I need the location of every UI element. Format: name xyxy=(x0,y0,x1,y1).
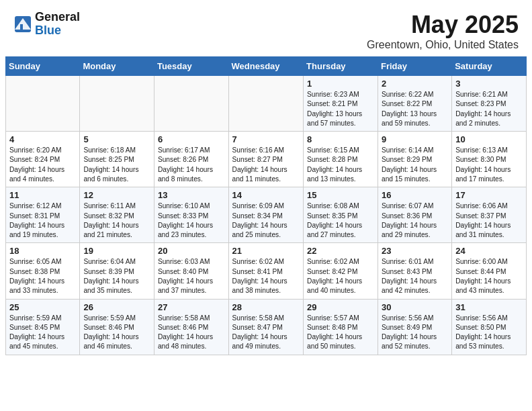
day-cell: 3Sunrise: 6:21 AMSunset: 8:23 PMDaylight… xyxy=(452,76,527,132)
day-info: Sunrise: 6:06 AMSunset: 8:37 PMDaylight:… xyxy=(455,201,523,240)
day-cell: 12Sunrise: 6:11 AMSunset: 8:32 PMDayligh… xyxy=(80,187,154,243)
day-info: Sunrise: 6:21 AMSunset: 8:23 PMDaylight:… xyxy=(455,90,523,128)
day-info: Sunrise: 6:17 AMSunset: 8:26 PMDaylight:… xyxy=(158,146,225,184)
day-info: Sunrise: 6:11 AMSunset: 8:32 PMDaylight:… xyxy=(83,201,150,240)
day-info: Sunrise: 6:12 AMSunset: 8:31 PMDaylight:… xyxy=(9,201,76,240)
day-cell: 4Sunrise: 6:20 AMSunset: 8:24 PMDaylight… xyxy=(6,132,80,187)
day-number: 3 xyxy=(455,79,523,89)
day-cell: 2Sunrise: 6:22 AMSunset: 8:22 PMDaylight… xyxy=(378,76,452,132)
day-info: Sunrise: 6:13 AMSunset: 8:30 PMDaylight:… xyxy=(455,146,523,184)
svg-rect-2 xyxy=(20,24,23,30)
day-cell: 26Sunrise: 5:59 AMSunset: 8:46 PMDayligh… xyxy=(80,299,154,355)
day-cell: 1Sunrise: 6:23 AMSunset: 8:21 PMDaylight… xyxy=(304,76,378,132)
day-header-monday: Monday xyxy=(80,57,154,76)
day-cell: 10Sunrise: 6:13 AMSunset: 8:30 PMDayligh… xyxy=(452,132,527,187)
day-header-saturday: Saturday xyxy=(452,57,527,76)
day-number: 29 xyxy=(307,302,374,312)
day-cell: 20Sunrise: 6:03 AMSunset: 8:40 PMDayligh… xyxy=(154,243,228,299)
week-row-1: 1Sunrise: 6:23 AMSunset: 8:21 PMDaylight… xyxy=(6,76,527,132)
day-info: Sunrise: 5:56 AMSunset: 8:50 PMDaylight:… xyxy=(455,314,523,352)
day-info: Sunrise: 6:15 AMSunset: 8:28 PMDaylight:… xyxy=(307,146,374,184)
day-number: 19 xyxy=(83,246,150,256)
day-cell: 6Sunrise: 6:17 AMSunset: 8:26 PMDaylight… xyxy=(154,132,228,187)
day-info: Sunrise: 5:58 AMSunset: 8:46 PMDaylight:… xyxy=(158,314,225,352)
day-number: 18 xyxy=(9,246,76,256)
day-info: Sunrise: 6:18 AMSunset: 8:25 PMDaylight:… xyxy=(83,146,150,184)
calendar-table: SundayMondayTuesdayWednesdayThursdayFrid… xyxy=(5,56,527,355)
day-number: 7 xyxy=(232,134,300,144)
day-number: 22 xyxy=(307,246,374,256)
logo-general-text: General xyxy=(35,11,80,24)
day-number: 30 xyxy=(382,302,448,312)
day-info: Sunrise: 6:10 AMSunset: 8:33 PMDaylight:… xyxy=(158,201,225,240)
day-number: 25 xyxy=(9,302,76,312)
day-number: 10 xyxy=(455,134,523,144)
day-cell: 16Sunrise: 6:07 AMSunset: 8:36 PMDayligh… xyxy=(378,187,452,243)
day-cell: 21Sunrise: 6:02 AMSunset: 8:41 PMDayligh… xyxy=(228,243,304,299)
day-number: 27 xyxy=(158,302,225,312)
day-number: 9 xyxy=(382,134,448,144)
day-cell: 13Sunrise: 6:10 AMSunset: 8:33 PMDayligh… xyxy=(154,187,228,243)
day-number: 11 xyxy=(9,190,76,200)
day-header-tuesday: Tuesday xyxy=(154,57,228,76)
day-cell xyxy=(228,76,304,132)
day-number: 20 xyxy=(158,246,225,256)
day-header-wednesday: Wednesday xyxy=(228,57,304,76)
day-number: 5 xyxy=(83,134,150,144)
day-cell: 15Sunrise: 6:08 AMSunset: 8:35 PMDayligh… xyxy=(304,187,378,243)
day-info: Sunrise: 6:05 AMSunset: 8:38 PMDaylight:… xyxy=(9,257,76,295)
day-number: 6 xyxy=(158,134,225,144)
day-number: 26 xyxy=(83,302,150,312)
day-info: Sunrise: 6:02 AMSunset: 8:41 PMDaylight:… xyxy=(232,257,300,295)
day-cell: 14Sunrise: 6:09 AMSunset: 8:34 PMDayligh… xyxy=(228,187,304,243)
day-number: 23 xyxy=(382,246,448,256)
day-cell xyxy=(6,76,80,132)
day-cell: 22Sunrise: 6:02 AMSunset: 8:42 PMDayligh… xyxy=(304,243,378,299)
day-cell: 17Sunrise: 6:06 AMSunset: 8:37 PMDayligh… xyxy=(452,187,527,243)
day-info: Sunrise: 6:04 AMSunset: 8:39 PMDaylight:… xyxy=(83,257,150,295)
day-header-sunday: Sunday xyxy=(6,57,80,76)
month-title: May 2025 xyxy=(367,11,519,39)
day-number: 21 xyxy=(232,246,300,256)
day-number: 15 xyxy=(307,190,374,200)
day-number: 4 xyxy=(9,134,76,144)
day-info: Sunrise: 5:59 AMSunset: 8:46 PMDaylight:… xyxy=(83,314,150,352)
day-number: 14 xyxy=(232,190,300,200)
week-row-5: 25Sunrise: 5:59 AMSunset: 8:45 PMDayligh… xyxy=(6,299,527,355)
day-cell: 24Sunrise: 6:00 AMSunset: 8:44 PMDayligh… xyxy=(452,243,527,299)
day-cell: 8Sunrise: 6:15 AMSunset: 8:28 PMDaylight… xyxy=(304,132,378,187)
day-cell: 30Sunrise: 5:56 AMSunset: 8:49 PMDayligh… xyxy=(378,299,452,355)
day-number: 12 xyxy=(83,190,150,200)
week-row-4: 18Sunrise: 6:05 AMSunset: 8:38 PMDayligh… xyxy=(6,243,527,299)
day-cell: 27Sunrise: 5:58 AMSunset: 8:46 PMDayligh… xyxy=(154,299,228,355)
logo-icon xyxy=(13,15,32,34)
day-info: Sunrise: 5:58 AMSunset: 8:47 PMDaylight:… xyxy=(232,314,300,352)
day-header-thursday: Thursday xyxy=(304,57,378,76)
day-info: Sunrise: 6:00 AMSunset: 8:44 PMDaylight:… xyxy=(455,257,523,295)
day-cell: 7Sunrise: 6:16 AMSunset: 8:27 PMDaylight… xyxy=(228,132,304,187)
day-number: 1 xyxy=(307,79,374,89)
day-cell: 5Sunrise: 6:18 AMSunset: 8:25 PMDaylight… xyxy=(80,132,154,187)
day-cell: 18Sunrise: 6:05 AMSunset: 8:38 PMDayligh… xyxy=(6,243,80,299)
day-info: Sunrise: 6:02 AMSunset: 8:42 PMDaylight:… xyxy=(307,257,374,295)
day-info: Sunrise: 6:01 AMSunset: 8:43 PMDaylight:… xyxy=(382,257,448,295)
logo: General Blue xyxy=(13,11,80,38)
day-number: 17 xyxy=(455,190,523,200)
day-info: Sunrise: 6:14 AMSunset: 8:29 PMDaylight:… xyxy=(382,146,448,184)
week-row-2: 4Sunrise: 6:20 AMSunset: 8:24 PMDaylight… xyxy=(6,132,527,187)
day-number: 31 xyxy=(455,302,523,312)
day-cell: 9Sunrise: 6:14 AMSunset: 8:29 PMDaylight… xyxy=(378,132,452,187)
day-info: Sunrise: 6:09 AMSunset: 8:34 PMDaylight:… xyxy=(232,201,300,240)
day-cell: 11Sunrise: 6:12 AMSunset: 8:31 PMDayligh… xyxy=(6,187,80,243)
day-cell: 23Sunrise: 6:01 AMSunset: 8:43 PMDayligh… xyxy=(378,243,452,299)
title-block: May 2025 Greentown, Ohio, United States xyxy=(367,11,519,51)
day-cell: 29Sunrise: 5:57 AMSunset: 8:48 PMDayligh… xyxy=(304,299,378,355)
day-info: Sunrise: 6:23 AMSunset: 8:21 PMDaylight:… xyxy=(307,90,374,128)
day-info: Sunrise: 6:22 AMSunset: 8:22 PMDaylight:… xyxy=(382,90,448,128)
day-cell xyxy=(154,76,228,132)
day-info: Sunrise: 5:56 AMSunset: 8:49 PMDaylight:… xyxy=(382,314,448,352)
day-cell xyxy=(80,76,154,132)
day-header-friday: Friday xyxy=(378,57,452,76)
day-info: Sunrise: 6:20 AMSunset: 8:24 PMDaylight:… xyxy=(9,146,76,184)
day-info: Sunrise: 5:57 AMSunset: 8:48 PMDaylight:… xyxy=(307,314,374,352)
